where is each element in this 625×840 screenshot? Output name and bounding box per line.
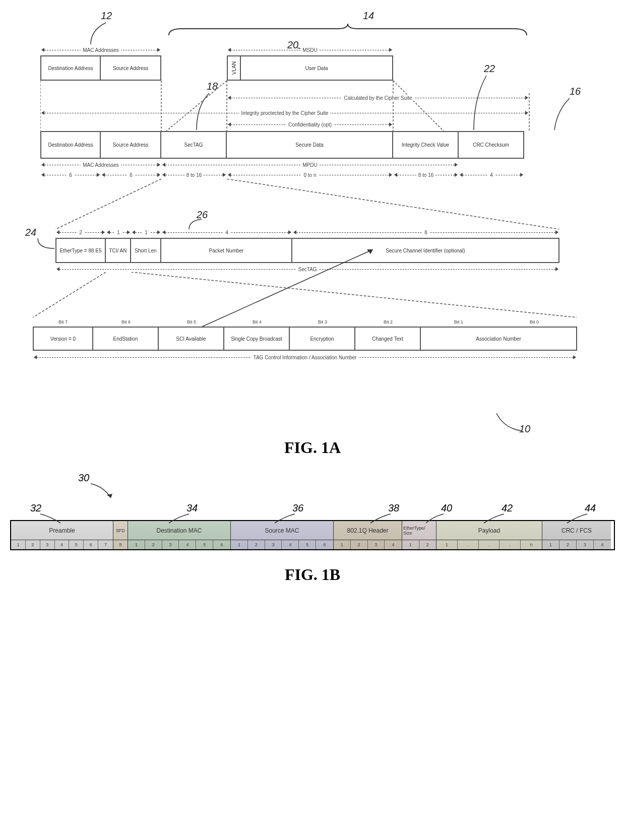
label-row-sectag-sizes: 2 1 1 4 8: [55, 228, 559, 237]
svg-line-2: [166, 81, 227, 131]
figb-byte-cell: 3: [577, 540, 594, 549]
pointer-44: [565, 511, 590, 524]
cell-version: Version = 0: [33, 327, 93, 351]
pointer-10: [494, 411, 524, 436]
figb-byte-cell: .: [479, 540, 500, 549]
pointer-34: [166, 511, 192, 524]
figb-etype-bytes: 12: [402, 540, 436, 549]
pointer-36: [272, 511, 297, 524]
cell-encryption: Encryption: [290, 327, 355, 351]
cell-userdata: User Data: [241, 55, 393, 81]
fig-1a-title: FIG. 1A: [10, 438, 615, 457]
row-user-layer: Destination Address Source Address VLAN …: [40, 55, 393, 81]
figb-byte-cell: 4: [594, 540, 611, 549]
cell-tci-an: TCI/ AN: [106, 238, 131, 263]
figb-src-bytes: 123456: [231, 540, 333, 549]
fig-1b-title: FIG. 1B: [10, 565, 615, 584]
figb-crc-bytes: 1234: [542, 540, 611, 549]
row-macsec-frame: Destination Address Source Address SecTA…: [40, 131, 524, 159]
figb-byte-cell: 6: [213, 540, 230, 549]
label-tci-below: TAG Control Information / Association Nu…: [33, 353, 577, 362]
figb-byte-cell: 8: [113, 540, 128, 549]
figb-byte-cell: 1: [128, 540, 145, 549]
figb-byte-cell: 3: [368, 540, 385, 549]
figb-byte-cell: 5: [196, 540, 213, 549]
pointer-12: [86, 20, 116, 45]
figure-1b: 30 32 34 36 38 40 42 44 Preamble 1234567…: [10, 472, 615, 550]
cell-short-len: Short Len: [131, 238, 161, 263]
figb-byte-cell: 1: [334, 540, 351, 549]
pointer-24: [35, 236, 55, 251]
figb-byte-cell: 2: [145, 540, 162, 549]
figb-byte-cell: 5: [69, 540, 84, 549]
pointer-42: [481, 511, 507, 524]
pointer-38: [368, 511, 393, 524]
svg-line-7: [55, 179, 161, 229]
figb-byte-cell: 1: [542, 540, 559, 549]
brace-14: [166, 23, 529, 38]
figb-byte-cell: 1: [436, 540, 458, 549]
figb-byte-cell: 3: [162, 540, 179, 549]
cell-sci-available: SCI Available: [159, 327, 224, 351]
figb-dest-bytes: 123456: [128, 540, 230, 549]
label-mac-addresses-top: MAC Addresses: [81, 47, 121, 53]
figb-byte-cell: 6: [84, 540, 98, 549]
cell-vlan: VLAN: [227, 55, 241, 81]
cell-src-main: Source Address: [101, 131, 161, 159]
cell-association-number: Association Number: [421, 327, 577, 351]
figb-byte-cell: 2: [26, 540, 40, 549]
cell-icv: Integrity Check Value: [393, 131, 459, 159]
cell-dest-main: Destination Address: [40, 131, 101, 159]
label-row-bits: Bit 7 Bit 6 Bit 5 Bit 4 Bit 3 Bit 2 Bit …: [33, 317, 577, 327]
figb-byte-cell: 1: [231, 540, 248, 549]
pointer-40: [423, 511, 446, 524]
figb-byte-cell: 2: [351, 540, 368, 549]
figb-payload-bytes: 1...n: [436, 540, 542, 549]
figb-q-bytes: 1234: [334, 540, 402, 549]
figb-byte-cell: 6: [316, 540, 333, 549]
label-row-sizes: 6 6 8 to 16 0 to n 8 to 16 4: [40, 170, 524, 179]
pointer-32: [38, 511, 63, 524]
dashes-sectag-expand: [40, 179, 575, 229]
figb-frame-table: Preamble 1234567 SFD 8 Destination MAC 1…: [10, 520, 615, 550]
callout-14: 14: [363, 10, 374, 22]
callout-30: 30: [78, 472, 89, 484]
figb-byte-cell: 4: [385, 540, 402, 549]
figb-byte-cell: 3: [265, 540, 282, 549]
figb-byte-cell: 5: [299, 540, 316, 549]
cell-ethertype: EtherType = 88 E5: [55, 238, 106, 263]
cell-scb: Single Copy Broadcast: [224, 327, 290, 351]
figb-byte-cell: 4: [282, 540, 299, 549]
figb-byte-cell: 2: [419, 540, 436, 549]
label-msdu: MSDU: [300, 47, 319, 53]
figb-byte-cell: 3: [40, 540, 55, 549]
callout-24: 24: [25, 227, 36, 238]
figb-byte-cell: 2: [559, 540, 577, 549]
figure-1a: 12 14 20 18 22 16 24 26 10 MAC Addresses…: [10, 10, 615, 423]
svg-marker-13: [107, 494, 112, 498]
figb-byte-cell: 4: [55, 540, 70, 549]
figb-byte-cell: .: [458, 540, 479, 549]
cell-crc: CRC Checksum: [459, 131, 524, 159]
figb-byte-cell: 4: [179, 540, 196, 549]
svg-line-8: [227, 179, 559, 229]
cell-secure-data: Secure Data: [227, 131, 393, 159]
figb-byte-cell: 2: [248, 540, 265, 549]
cell-dest-top: Destination Address: [40, 55, 101, 81]
figb-byte-cell: 1: [402, 540, 419, 549]
cell-endstation: EndStation: [93, 327, 159, 351]
pointer-30: [88, 481, 113, 499]
cell-sectag: SecTAG: [161, 131, 227, 159]
svg-line-9: [33, 272, 106, 317]
cell-src-top: Source Address: [101, 55, 161, 81]
figb-sfd-bytes: 8: [113, 540, 128, 549]
figb-byte-cell: 1: [11, 540, 26, 549]
figb-preamble-bytes: 1234567: [11, 540, 113, 549]
label-row-top: MAC Addresses MSDU: [40, 45, 575, 54]
svg-line-5: [393, 81, 444, 131]
figb-byte-cell: n: [521, 540, 542, 549]
row-tci-breakdown: Version = 0 EndStation SCI Available Sin…: [33, 327, 577, 351]
figb-byte-cell: 7: [98, 540, 113, 549]
figb-sfd: SFD: [113, 521, 128, 540]
cell-changed-text: Changed Text: [355, 327, 421, 351]
